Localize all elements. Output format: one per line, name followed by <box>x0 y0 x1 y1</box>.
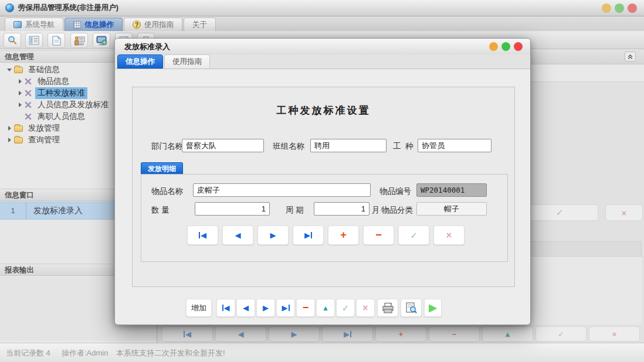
dialog-window-controls <box>489 42 523 51</box>
folder-icon <box>14 125 23 132</box>
job-type-label: 工 种 <box>393 141 413 152</box>
search-tool-button[interactable] <box>4 33 21 48</box>
maximize-button[interactable] <box>615 4 624 13</box>
cancel-edit-button[interactable]: × <box>356 299 375 317</box>
expand-arrow-icon[interactable] <box>16 79 23 84</box>
tool-icon <box>25 101 32 108</box>
item-no-input: WP20140001 <box>416 183 487 197</box>
expand-arrow-icon[interactable] <box>16 91 23 95</box>
detail-delete-button[interactable]: − <box>363 226 394 245</box>
record-count-text: 当前记录数 4 <box>6 348 50 358</box>
item-name-input[interactable]: 皮帽子 <box>193 183 371 197</box>
next-record-button[interactable]: ▶ <box>269 326 320 341</box>
add-record-button[interactable]: + <box>375 326 426 341</box>
monitor-tool-button[interactable] <box>93 33 110 48</box>
first-record-button[interactable]: ◀ <box>162 326 213 341</box>
close-button[interactable] <box>628 4 637 13</box>
edit-record-button[interactable]: ▲ <box>482 326 533 341</box>
detail-next-button[interactable]: ▶ <box>257 226 289 245</box>
document-icon <box>52 36 61 46</box>
list-tool-button[interactable] <box>25 33 43 48</box>
question-icon: ? <box>133 21 141 29</box>
tree-label: 发放管理 <box>26 122 62 134</box>
person-report-tool-button[interactable] <box>70 33 88 48</box>
detail-last-button[interactable]: ▶ <box>293 226 324 245</box>
job-type-input[interactable]: 协管员 <box>418 139 492 152</box>
quantity-input[interactable]: 1 <box>195 202 270 216</box>
main-tabbar: 系统导航 信息操作 ? 使用指南 关于 <box>0 16 644 31</box>
tree-label: 基础信息 <box>26 64 62 76</box>
prev-record-button[interactable]: ◀ <box>215 326 266 341</box>
person-board-icon <box>74 36 85 46</box>
collapse-arrow-icon[interactable] <box>6 69 13 71</box>
detail-post-button[interactable]: ✓ <box>398 226 429 245</box>
dialog-minimize-button[interactable] <box>489 42 498 51</box>
period-input[interactable]: 1 <box>314 202 370 216</box>
confirm-button[interactable]: ✓ <box>521 204 598 221</box>
dialog-tab-info-operation[interactable]: 信息操作 <box>117 54 163 69</box>
expand-arrow-icon[interactable] <box>6 126 13 131</box>
detail-add-button[interactable]: + <box>328 226 359 245</box>
delete-button[interactable]: − <box>296 299 315 317</box>
detail-first-button[interactable]: ◀ <box>187 226 218 245</box>
row-label: 发放标准录入 <box>26 206 83 216</box>
row-index: 1 <box>0 206 26 215</box>
bar <box>289 305 290 311</box>
dept-name-input[interactable]: 督察大队 <box>182 139 264 152</box>
expand-arrow-icon[interactable] <box>16 103 23 107</box>
minimize-button[interactable] <box>602 4 611 13</box>
detail-tab[interactable]: 发放明细 <box>141 162 183 174</box>
print-preview-icon <box>405 302 417 313</box>
search-icon <box>7 35 18 46</box>
category-input[interactable]: 帽子 <box>416 202 487 216</box>
grid-icon <box>73 21 81 29</box>
tab-label: 关于 <box>192 20 207 30</box>
execute-button[interactable]: ▶ <box>424 299 442 317</box>
collapse-panel-button[interactable] <box>625 52 636 62</box>
dept-name-label: 部门名称 <box>151 141 183 152</box>
preview-button[interactable] <box>401 299 422 317</box>
delete-record-button[interactable]: − <box>429 326 480 341</box>
first-button[interactable]: ◀ <box>216 299 235 317</box>
detail-prev-button[interactable]: ◀ <box>222 226 253 245</box>
last-button[interactable]: ▶ <box>276 299 295 317</box>
last-record-button[interactable]: ▶ <box>322 326 373 341</box>
tree-label: 查询管理 <box>26 134 62 146</box>
dialog-titlebar: 发放标准录入 <box>115 39 530 54</box>
bar <box>199 232 200 238</box>
operator-text: 操作者:Admin <box>62 348 108 358</box>
tab-info-operation[interactable]: 信息操作 <box>65 18 123 31</box>
tree-label: 物品信息 <box>35 76 72 87</box>
chevron-up-double-icon <box>627 54 633 60</box>
tab-user-guide[interactable]: ? 使用指南 <box>124 18 182 31</box>
add-button[interactable]: 增加 <box>186 299 212 317</box>
next-button[interactable]: ▶ <box>256 299 275 317</box>
dialog-maximize-button[interactable] <box>501 42 510 51</box>
tree-label-selected: 工种发放标准 <box>35 87 87 99</box>
tab-label: 使用指南 <box>144 20 174 30</box>
tab-system-nav[interactable]: 系统导航 <box>5 18 63 31</box>
post-record-button[interactable]: ✓ <box>535 326 587 341</box>
edit-button[interactable]: ▲ <box>316 299 335 317</box>
statusbar: 当前记录数 4 操作者:Admin 本系统支持二次开发和全新开发! <box>0 343 644 362</box>
document-tool-button[interactable] <box>48 33 65 48</box>
tool-icon <box>25 90 32 97</box>
cancel-button[interactable]: × <box>605 204 643 221</box>
dialog-tab-user-guide[interactable]: 使用指南 <box>164 54 210 69</box>
dialog-close-button[interactable] <box>514 42 523 51</box>
tool-icon <box>25 113 32 120</box>
tab-label: 系统导航 <box>25 20 55 30</box>
item-no-label: 物品编号 <box>379 186 411 197</box>
cancel-record-button[interactable]: × <box>589 326 640 341</box>
prev-button[interactable]: ◀ <box>236 299 255 317</box>
team-name-input[interactable]: 聘用 <box>310 139 387 152</box>
tree-label: 离职人员信息 <box>35 111 87 122</box>
detail-cancel-button[interactable]: × <box>433 226 465 245</box>
bar <box>350 331 351 337</box>
post-button[interactable]: ✓ <box>336 299 355 317</box>
expand-arrow-icon[interactable] <box>6 138 13 142</box>
tree-label: 人员信息及发放标准 <box>35 99 111 111</box>
print-button[interactable] <box>377 299 398 317</box>
window-controls <box>602 4 637 13</box>
tab-about[interactable]: 关于 <box>184 18 216 31</box>
